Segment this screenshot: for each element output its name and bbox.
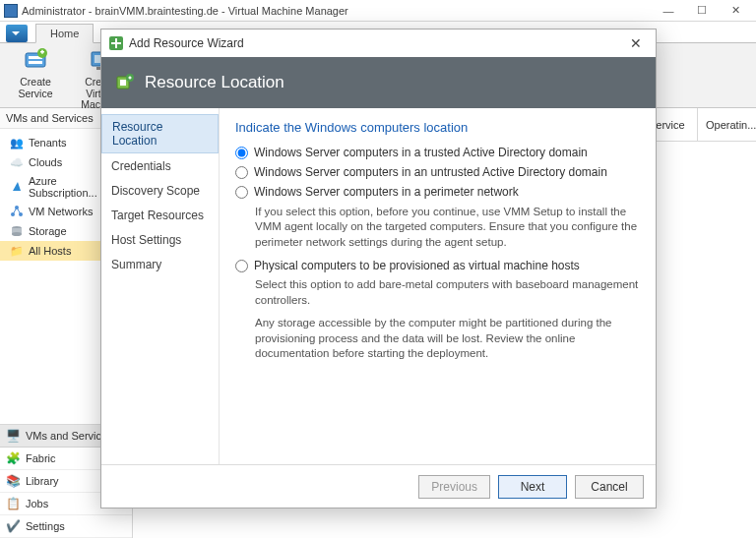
sidebar-item-label: Storage bbox=[29, 225, 67, 237]
nav-settings[interactable]: ✔️ Settings bbox=[0, 515, 132, 538]
radio-trusted[interactable] bbox=[235, 147, 248, 159]
window-title: Administrator - brainVMM.braintesting.de… bbox=[22, 5, 652, 17]
svg-point-18 bbox=[12, 232, 22, 236]
app-menu-button[interactable] bbox=[6, 25, 28, 42]
option-physical-desc: Select this option to add bare-metal com… bbox=[255, 277, 640, 308]
dialog-body: Resource Location Credentials Discovery … bbox=[101, 108, 656, 464]
sidebar-item-label: Clouds bbox=[29, 156, 62, 168]
sidebar-item-label: Tenants bbox=[29, 137, 67, 149]
settings-icon: ✔️ bbox=[6, 519, 20, 533]
option-label: Physical computers to be provisioned as … bbox=[254, 258, 580, 273]
column-operating[interactable]: Operatin... bbox=[697, 108, 756, 141]
nav-label: Library bbox=[26, 475, 59, 487]
network-icon bbox=[10, 205, 24, 218]
nav-label: Settings bbox=[26, 520, 65, 532]
option-trusted-domain[interactable]: Windows Server computers in a trusted Ac… bbox=[235, 145, 640, 160]
dialog-title: Add Resource Wizard bbox=[129, 36, 244, 50]
option-perimeter[interactable]: Windows Server computers in a perimeter … bbox=[235, 184, 640, 200]
cloud-icon: ☁️ bbox=[10, 155, 24, 169]
radio-untrusted[interactable] bbox=[235, 166, 248, 179]
maximize-button[interactable]: ☐ bbox=[685, 1, 719, 21]
dialog-close-button[interactable]: ✕ bbox=[624, 33, 648, 53]
svg-marker-10 bbox=[13, 182, 21, 191]
svg-line-15 bbox=[17, 208, 21, 214]
cancel-button[interactable]: Cancel bbox=[575, 475, 644, 499]
radio-perimeter[interactable] bbox=[235, 186, 248, 199]
app-icon bbox=[4, 4, 18, 18]
dialog-banner: Resource Location bbox=[101, 57, 656, 108]
close-button[interactable]: ✕ bbox=[719, 1, 752, 21]
radio-physical[interactable] bbox=[235, 260, 248, 272]
option-untrusted-domain[interactable]: Windows Server computers in an untrusted… bbox=[235, 164, 640, 180]
step-discovery-scope[interactable]: Discovery Scope bbox=[101, 179, 219, 203]
step-summary[interactable]: Summary bbox=[101, 253, 219, 276]
resource-location-icon bbox=[115, 73, 135, 92]
dialog-buttons: Previous Next Cancel bbox=[101, 464, 656, 508]
step-target-resources[interactable]: Target Resources bbox=[101, 204, 219, 227]
step-credentials[interactable]: Credentials bbox=[101, 154, 219, 178]
vms-icon: 🖥️ bbox=[6, 429, 20, 443]
option-perimeter-desc: If you select this option, before you co… bbox=[255, 205, 640, 251]
tab-home[interactable]: Home bbox=[35, 24, 94, 43]
option-label: Windows Server computers in an untrusted… bbox=[254, 164, 607, 180]
previous-button[interactable]: Previous bbox=[418, 475, 490, 499]
minimize-button[interactable]: — bbox=[652, 1, 685, 21]
library-icon: 📚 bbox=[6, 474, 20, 488]
tenants-icon: 👥 bbox=[10, 136, 24, 149]
create-service-label: Create Service bbox=[10, 77, 61, 99]
storage-icon bbox=[10, 224, 24, 238]
svg-line-14 bbox=[13, 208, 17, 214]
window-titlebar: Administrator - brainVMM.braintesting.de… bbox=[0, 0, 756, 22]
nav-label: Fabric bbox=[26, 452, 56, 464]
wizard-content: Indicate the Windows computers location … bbox=[220, 108, 656, 464]
wizard-steps: Resource Location Credentials Discovery … bbox=[101, 108, 220, 464]
add-resource-wizard-dialog: Add Resource Wizard ✕ Resource Location … bbox=[100, 29, 657, 508]
step-host-settings[interactable]: Host Settings bbox=[101, 228, 219, 252]
create-service-icon bbox=[22, 47, 49, 75]
next-button[interactable]: Next bbox=[498, 475, 567, 499]
dialog-titlebar: Add Resource Wizard ✕ bbox=[101, 30, 656, 57]
svg-rect-20 bbox=[120, 80, 126, 86]
option-physical[interactable]: Physical computers to be provisioned as … bbox=[235, 258, 640, 273]
fabric-icon: 🧩 bbox=[6, 451, 20, 465]
sidebar-item-label: All Hosts bbox=[29, 245, 71, 257]
jobs-icon: 📋 bbox=[6, 497, 20, 510]
create-service-button[interactable]: Create Service bbox=[10, 47, 61, 99]
step-resource-location[interactable]: Resource Location bbox=[101, 114, 219, 153]
option-label: Windows Server computers in a perimeter … bbox=[254, 184, 519, 200]
svg-rect-23 bbox=[129, 77, 130, 80]
add-icon bbox=[109, 36, 123, 50]
svg-rect-5 bbox=[41, 50, 43, 54]
folder-icon: 📁 bbox=[10, 244, 24, 258]
option-label: Windows Server computers in a trusted Ac… bbox=[254, 145, 588, 160]
nav-label: Jobs bbox=[26, 498, 48, 509]
option-physical-desc2: Any storage accessible by the computer m… bbox=[255, 316, 640, 362]
azure-icon bbox=[10, 180, 24, 194]
svg-rect-2 bbox=[29, 61, 42, 64]
sidebar-item-label: VM Networks bbox=[29, 206, 93, 217]
content-heading: Indicate the Windows computers location bbox=[235, 120, 640, 135]
dialog-banner-text: Resource Location bbox=[145, 73, 284, 92]
